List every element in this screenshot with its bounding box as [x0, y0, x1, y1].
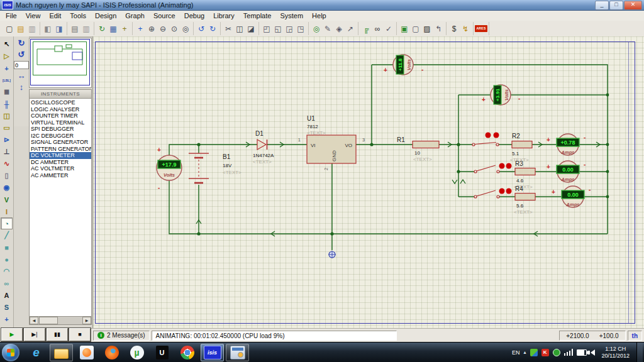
component-r4[interactable]: R4 5.6 <TEXT>: [514, 185, 535, 215]
mark-output-area-button[interactable]: ▥: [80, 23, 92, 35]
wire-label-mode[interactable]: [LBL]: [1, 74, 13, 86]
2d-marker-mode[interactable]: +: [1, 313, 13, 325]
taskbar-firefox[interactable]: [100, 344, 123, 361]
menu-system[interactable]: System: [275, 12, 308, 19]
remove-sheet-button[interactable]: ▨: [421, 23, 433, 35]
zoom-in-button[interactable]: ⊕: [146, 23, 157, 35]
device-mode[interactable]: ▭: [1, 122, 13, 134]
schematic-sheet[interactable]: +17.9 Volts + - B1 18V <TEXT>: [93, 36, 644, 328]
wire-autorouter-button[interactable]: ╔: [360, 23, 372, 35]
netlist-to-ares-button[interactable]: ARES: [475, 23, 487, 35]
junction-dot-mode[interactable]: +: [1, 62, 13, 74]
tray-battery-icon[interactable]: [577, 349, 587, 356]
object-selector-scrollbar[interactable]: ◀ ▶: [29, 317, 92, 325]
instrument-item-ac-voltmeter[interactable]: AC VOLTMETER: [30, 165, 91, 172]
scroll-right-icon[interactable]: ▶: [82, 317, 91, 324]
tray-show-hidden-icons[interactable]: ▴: [524, 349, 526, 355]
zoom-out-button[interactable]: ⊖: [157, 23, 169, 35]
generator-mode[interactable]: ◉: [1, 182, 13, 194]
rotation-angle-input[interactable]: [14, 61, 29, 69]
start-button[interactable]: [2, 344, 19, 361]
cut-button[interactable]: ✂: [223, 23, 234, 35]
taskbar-utorrent[interactable]: µ: [125, 344, 148, 361]
instrument-item-dc-voltmeter[interactable]: DC VOLTMETER: [30, 152, 91, 159]
save-design-button[interactable]: ▥: [26, 23, 38, 35]
pan-button[interactable]: +: [135, 23, 146, 35]
2d-path-mode[interactable]: ∞: [1, 277, 13, 289]
packaging-tool-button[interactable]: ◈: [333, 23, 345, 35]
voltage-probe-mode[interactable]: V: [1, 194, 13, 206]
mirror-horizontal-icon[interactable]: ↔: [16, 71, 27, 80]
instrument-item-signal-generator[interactable]: SIGNAL GENERATOR: [30, 139, 91, 146]
instrument-item-virtual-terminal[interactable]: VIRTUAL TERMINAL: [30, 119, 91, 126]
bill-of-materials-button[interactable]: $: [448, 23, 460, 35]
tray-idm-icon[interactable]: [530, 349, 538, 356]
open-design-button[interactable]: ▤: [15, 23, 26, 35]
pick-parts-button[interactable]: ◎: [311, 23, 322, 35]
step-button[interactable]: ▶|: [24, 328, 45, 341]
schematic-canvas[interactable]: +17.9 Volts + - B1 18V <TEXT>: [92, 36, 644, 328]
close-button[interactable]: ✕: [624, 1, 642, 10]
ground-terminal[interactable]: [328, 251, 336, 258]
taskbar-isis[interactable]: isis: [201, 344, 224, 361]
2d-box-mode[interactable]: ■: [1, 241, 13, 253]
component-diode[interactable]: D1 1N4742A <TEXT>: [253, 130, 274, 165]
copy-button[interactable]: ◫: [234, 23, 245, 35]
electrical-rule-check-button[interactable]: ↯: [460, 23, 471, 35]
bus-mode[interactable]: ╫: [1, 98, 13, 110]
search-tags-button[interactable]: ∞: [372, 23, 383, 35]
play-button[interactable]: ▶: [1, 328, 23, 341]
scroll-left-icon[interactable]: ◀: [30, 317, 38, 324]
menu-edit[interactable]: Edit: [45, 12, 65, 19]
2d-text-mode[interactable]: A: [1, 289, 13, 301]
property-assignment-button[interactable]: ✓: [383, 23, 394, 35]
instrument-item-oscilloscope[interactable]: OSCILLOSCOPE: [30, 99, 91, 106]
block-delete-button[interactable]: ◳: [295, 23, 306, 35]
export-section-button[interactable]: ◨: [53, 23, 65, 35]
paste-button[interactable]: ◪: [245, 23, 257, 35]
menu-design[interactable]: Design: [91, 12, 121, 19]
menu-view[interactable]: View: [21, 12, 45, 19]
minimize-button[interactable]: _: [595, 1, 609, 10]
menu-help[interactable]: Help: [308, 12, 331, 19]
2d-line-mode[interactable]: ╱: [1, 229, 13, 241]
tray-volume-icon[interactable]: [591, 349, 595, 356]
tray-network-icon[interactable]: [564, 349, 573, 356]
rotate-anticlockwise-icon[interactable]: ↺: [16, 50, 27, 59]
taskbar-clock[interactable]: 1:12 CH 20/11/2012: [599, 346, 633, 359]
zoom-all-button[interactable]: ⊙: [169, 23, 180, 35]
menu-debug[interactable]: Debug: [180, 12, 209, 19]
undo-button[interactable]: ↺: [196, 23, 207, 35]
titlebar[interactable]: ISIS Mach nguyen ly may SAPI - ISIS Prof…: [0, 0, 644, 11]
instrument-item-dc-ammeter[interactable]: DC AMMETER: [30, 159, 91, 166]
taskbar-explorer[interactable]: [50, 344, 73, 361]
tray-language[interactable]: EN: [512, 349, 520, 356]
tape-recorder-mode[interactable]: ▯: [1, 170, 13, 182]
maximize-button[interactable]: □: [609, 1, 623, 10]
menu-library[interactable]: Library: [209, 12, 239, 19]
component-mode[interactable]: ▷: [1, 50, 13, 62]
menu-graph[interactable]: Graph: [121, 12, 149, 19]
instrument-item-logic-analyser[interactable]: LOGIC ANALYSER: [30, 106, 91, 113]
make-device-button[interactable]: ✎: [322, 23, 333, 35]
menu-tools[interactable]: Tools: [65, 12, 91, 19]
instrument-item-spi-debugger[interactable]: SPI DEBUGGER: [30, 126, 91, 133]
toggle-grid-button[interactable]: ▦: [108, 23, 119, 35]
overview-window[interactable]: [29, 38, 92, 88]
origin-button[interactable]: +: [119, 23, 130, 35]
2d-arc-mode[interactable]: ◠: [1, 265, 13, 277]
redraw-display-button[interactable]: ↻: [96, 23, 108, 35]
tray-utorrent-icon[interactable]: [553, 349, 560, 356]
instrument-item-pattern-generator[interactable]: PATTERN GENERATOR: [30, 146, 91, 153]
mirror-vertical-icon[interactable]: ↕: [16, 82, 27, 92]
goto-sheet-button[interactable]: ↰: [433, 23, 444, 35]
menu-file[interactable]: File: [1, 12, 21, 19]
subcircuit-mode[interactable]: ◫: [1, 110, 13, 122]
device-pin-mode[interactable]: ⊥: [1, 146, 13, 158]
graph-mode[interactable]: ∿: [1, 158, 13, 170]
2d-circle-mode[interactable]: ●: [1, 253, 13, 265]
tray-kaspersky-icon[interactable]: K: [541, 349, 549, 356]
rotate-clockwise-icon[interactable]: ↻: [16, 38, 27, 48]
block-rotate-button[interactable]: ◲: [284, 23, 295, 35]
component-regulator-7812[interactable]: U1 7812 <TEXT> VI VO GND 1 3 2: [298, 115, 365, 170]
